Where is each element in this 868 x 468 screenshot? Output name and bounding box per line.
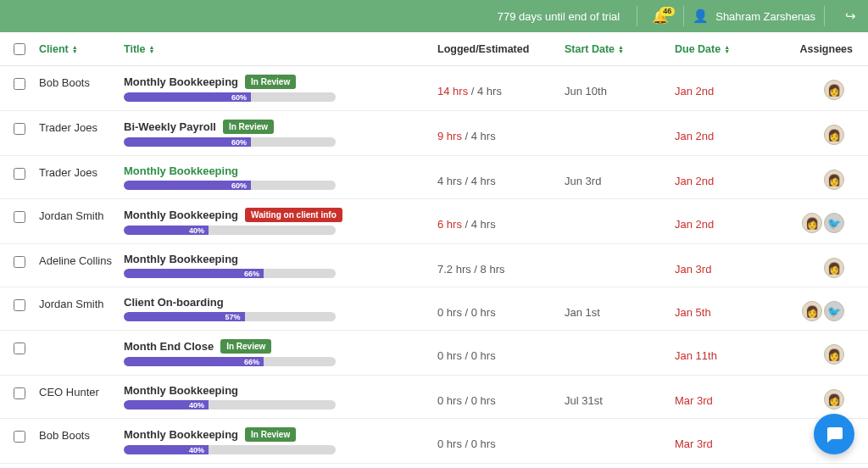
- header-checkbox-cell: [14, 43, 39, 55]
- task-title[interactable]: Monthly Bookkeeping: [124, 384, 238, 397]
- row-checkbox[interactable]: [14, 387, 25, 399]
- user-menu[interactable]: 👤 Shahram Zarshenas: [693, 8, 815, 24]
- logged-estimated: 14 hrs / 4 hrs: [437, 75, 565, 98]
- start-date: [565, 120, 675, 130]
- assignees-cell: 👩: [776, 339, 853, 365]
- status-badge: Waiting on client info: [245, 208, 342, 222]
- table-row[interactable]: Bob BootsMonthly BookkeepingIn Review40%…: [0, 419, 868, 464]
- task-title[interactable]: Monthly Bookkeeping: [124, 209, 238, 221]
- progress-bar: 40%: [124, 226, 336, 235]
- table-row[interactable]: Bob BootsMonthly Bookkeeping80%0 hrs / 0…: [0, 464, 868, 468]
- progress-percent: 57%: [225, 313, 240, 321]
- assignee-avatar[interactable]: 👩: [824, 258, 844, 278]
- row-checkbox[interactable]: [14, 123, 25, 135]
- client-name[interactable]: Jordan Smith: [39, 208, 124, 222]
- assignee-avatar[interactable]: 👩: [824, 80, 844, 100]
- title-cell: Monthly Bookkeeping60%: [124, 164, 437, 190]
- task-title[interactable]: Client On-boarding: [124, 296, 224, 309]
- progress-bar: 60%: [124, 137, 336, 147]
- start-date: Jun 10th: [565, 75, 675, 98]
- task-title[interactable]: Bi-Weekly Payroll: [124, 120, 216, 133]
- table-row[interactable]: Adeline CollinsMonthly Bookkeeping66%7.2…: [0, 244, 868, 287]
- progress-percent: 66%: [244, 358, 259, 366]
- assignee-avatar[interactable]: 👩: [802, 301, 822, 321]
- chat-icon: [824, 424, 844, 444]
- assignee-avatar[interactable]: 👩: [824, 389, 844, 410]
- title-cell: Monthly BookkeepingIn Review60%: [124, 75, 437, 102]
- assignee-avatar[interactable]: 👩: [824, 344, 844, 365]
- due-date: Jan 11th: [675, 339, 776, 362]
- progress-bar: 57%: [124, 312, 336, 321]
- table-header: Client▲▼ Title▲▼ Logged/Estimated Start …: [0, 32, 868, 66]
- client-name[interactable]: Bob Boots: [39, 427, 124, 442]
- row-checkbox-cell: [14, 253, 39, 268]
- title-cell: Month End CloseIn Review66%: [124, 339, 437, 366]
- row-checkbox[interactable]: [14, 431, 25, 443]
- start-date: [565, 339, 675, 349]
- row-checkbox-cell: [14, 208, 39, 223]
- task-title[interactable]: Monthly Bookkeeping: [124, 75, 238, 88]
- assignees-cell: 👩: [776, 384, 853, 410]
- table-row[interactable]: Trader JoesMonthly Bookkeeping60%4 hrs /…: [0, 156, 868, 199]
- row-checkbox[interactable]: [14, 78, 25, 90]
- header-start-date[interactable]: Start Date▲▼: [565, 43, 675, 55]
- client-name[interactable]: [39, 339, 124, 341]
- row-checkbox[interactable]: [14, 211, 25, 223]
- client-name[interactable]: Jordan Smith: [39, 296, 124, 310]
- header-client[interactable]: Client▲▼: [39, 43, 124, 55]
- table-row[interactable]: Bob BootsMonthly BookkeepingIn Review60%…: [0, 66, 868, 111]
- row-checkbox[interactable]: [14, 256, 25, 268]
- client-name[interactable]: Bob Boots: [39, 75, 124, 89]
- logged-estimated: 9 hrs / 4 hrs: [437, 120, 565, 142]
- assignee-avatar[interactable]: 👩: [824, 125, 844, 145]
- assignees-cell: 👩🐦: [776, 208, 853, 233]
- logged-estimated: 0 hrs / 0 hrs: [437, 339, 565, 362]
- client-name[interactable]: Trader Joes: [39, 164, 124, 179]
- client-name[interactable]: Trader Joes: [39, 120, 124, 134]
- table-row[interactable]: Month End CloseIn Review66%0 hrs / 0 hrs…: [0, 331, 868, 376]
- separator: [824, 6, 825, 26]
- due-date: Jan 2nd: [675, 208, 776, 231]
- assignee-avatar[interactable]: 👩: [824, 170, 844, 190]
- task-title[interactable]: Month End Close: [124, 340, 214, 353]
- task-title[interactable]: Monthly Bookkeeping: [124, 428, 238, 441]
- progress-bar: 66%: [124, 269, 336, 278]
- title-cell: Client On-boarding57%: [124, 296, 437, 321]
- sort-icon: ▲▼: [618, 45, 624, 53]
- row-checkbox[interactable]: [14, 168, 25, 180]
- select-all-checkbox[interactable]: [14, 43, 25, 55]
- row-checkbox-cell: [14, 427, 39, 443]
- task-title[interactable]: Monthly Bookkeeping: [124, 164, 238, 177]
- table-row[interactable]: Jordan SmithClient On-boarding57%0 hrs /…: [0, 287, 868, 331]
- notifications-button[interactable]: 🔔 46: [646, 8, 675, 25]
- progress-percent: 40%: [189, 226, 204, 235]
- assignee-avatar[interactable]: 🐦: [824, 213, 844, 233]
- table-row[interactable]: CEO HunterMonthly Bookkeeping40%0 hrs / …: [0, 376, 868, 419]
- header-title[interactable]: Title▲▼: [124, 43, 437, 55]
- client-name[interactable]: CEO Hunter: [39, 384, 124, 398]
- status-badge: In Review: [245, 75, 296, 89]
- task-title[interactable]: Monthly Bookkeeping: [124, 253, 238, 265]
- topbar: 779 days until end of trial 🔔 46 👤 Shahr…: [0, 0, 868, 32]
- header-due-date[interactable]: Due Date▲▼: [675, 43, 776, 55]
- due-date: Mar 3rd: [675, 384, 776, 407]
- progress-percent: 60%: [231, 138, 247, 147]
- notification-badge: 46: [659, 7, 675, 16]
- row-checkbox[interactable]: [14, 299, 25, 311]
- assignee-avatar[interactable]: 👩: [802, 213, 822, 233]
- title-cell: Monthly Bookkeeping40%: [124, 384, 437, 410]
- table-body: Bob BootsMonthly BookkeepingIn Review60%…: [0, 66, 868, 468]
- assignees-cell: 👩: [776, 120, 853, 145]
- table-row[interactable]: Jordan SmithMonthly BookkeepingWaiting o…: [0, 199, 868, 244]
- assignee-avatar[interactable]: 🐦: [824, 301, 844, 321]
- signout-icon[interactable]: ↪: [845, 8, 856, 24]
- chat-button[interactable]: [814, 414, 854, 454]
- progress-percent: 66%: [244, 270, 259, 278]
- row-checkbox[interactable]: [14, 343, 25, 354]
- row-checkbox-cell: [14, 339, 39, 354]
- client-name[interactable]: Adeline Collins: [39, 253, 124, 267]
- progress-bar: 66%: [124, 357, 336, 366]
- table-row[interactable]: Trader JoesBi-Weekly PayrollIn Review60%…: [0, 111, 868, 156]
- row-checkbox-cell: [14, 164, 39, 180]
- row-checkbox-cell: [14, 384, 39, 399]
